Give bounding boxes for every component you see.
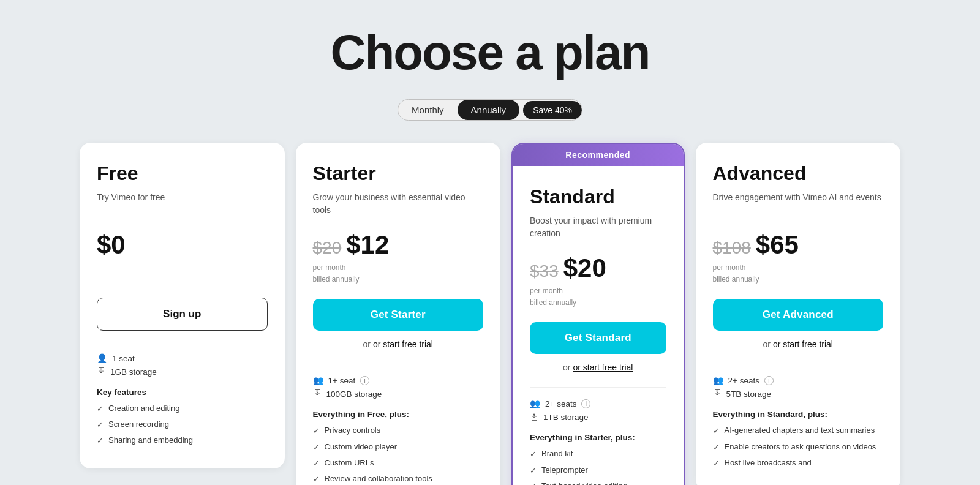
price-note-advanced: per monthbilled annually <box>713 262 884 285</box>
check-icon: ✓ <box>313 426 320 437</box>
get-starter-button[interactable]: Get Starter <box>313 299 484 331</box>
check-icon: ✓ <box>313 458 320 469</box>
standard-features-header: Everything in Starter, plus: <box>530 433 666 442</box>
plan-name-advanced: Advanced <box>713 162 884 185</box>
feature-item: ✓ Host live broadcasts and <box>713 457 884 469</box>
check-icon: ✓ <box>713 442 720 453</box>
check-icon: ✓ <box>713 426 720 437</box>
feature-item: ✓ Teleprompter <box>530 465 666 476</box>
storage-icon: 🗄 <box>313 389 322 399</box>
feature-item: ✓ Custom URLs <box>313 457 484 469</box>
price-row-standard: $33 $20 <box>530 254 666 283</box>
plan-card-standard: Recommended Standard Boost your impact w… <box>511 143 685 485</box>
starter-storage: 🗄 100GB storage <box>313 389 484 399</box>
price-note-standard: per monthbilled annually <box>530 285 666 309</box>
get-standard-button[interactable]: Get Standard <box>530 322 666 354</box>
free-storage: 🗄 1GB storage <box>97 367 268 377</box>
free-trial-starter: or or start free trial <box>313 339 484 349</box>
get-advanced-button[interactable]: Get Advanced <box>713 299 884 331</box>
feature-item: ✓ Text-based video editing <box>530 481 666 485</box>
feature-item: ✓ Screen recording <box>97 419 268 430</box>
feature-item: ✓ Custom video player <box>313 442 484 453</box>
plan-description-starter: Grow your business with essential video … <box>313 191 484 217</box>
plan-description-free: Try Vimeo for free <box>97 191 268 217</box>
check-icon: ✓ <box>713 458 720 469</box>
standard-storage: 🗄 1TB storage <box>530 412 666 422</box>
info-icon-standard-seats[interactable]: i <box>581 399 590 408</box>
plan-card-free: Free Try Vimeo for free $0 Sign up 👤 1 s… <box>80 143 285 468</box>
page-title: Choose a plan <box>331 24 650 81</box>
feature-item: ✓ Brand kit <box>530 448 666 460</box>
starter-seats: 👥 1+ seat i <box>313 375 484 385</box>
info-icon-starter-seats[interactable]: i <box>360 376 369 385</box>
price-current-starter: $12 <box>346 230 389 260</box>
price-current-advanced: $65 <box>756 230 799 260</box>
starter-features-header: Everything in Free, plus: <box>313 410 484 419</box>
plan-description-advanced: Drive engagement with Vimeo AI and event… <box>713 191 884 217</box>
free-trial-link-standard[interactable]: or start free trial <box>573 363 633 372</box>
check-icon: ✓ <box>530 449 537 460</box>
standard-inner: Standard Boost your impact with premium … <box>513 166 684 485</box>
plan-card-advanced: Advanced Drive engagement with Vimeo AI … <box>696 143 901 485</box>
check-icon: ✓ <box>97 404 104 415</box>
storage-icon: 🗄 <box>97 367 105 377</box>
free-trial-advanced: or or start free trial <box>713 339 884 349</box>
standard-seats: 👥 2+ seats i <box>530 399 666 408</box>
toggle-annually[interactable]: Annually <box>458 100 520 120</box>
save-badge: Save 40% <box>523 101 582 119</box>
feature-item: ✓ AI-generated chapters and text summari… <box>713 425 884 437</box>
user-icon: 👥 <box>313 375 323 385</box>
feature-item: ✓ Enable creators to ask questions on vi… <box>713 442 884 453</box>
advanced-storage: 🗄 5TB storage <box>713 389 884 399</box>
feature-item: ✓ Sharing and embedding <box>97 435 268 446</box>
plans-container: Free Try Vimeo for free $0 Sign up 👤 1 s… <box>80 143 900 485</box>
price-free: $0 <box>97 230 126 260</box>
recommended-banner: Recommended <box>513 144 684 166</box>
advanced-features-header: Everything in Standard, plus: <box>713 410 884 419</box>
feature-item: ✓ Review and collaboration tools <box>313 473 484 485</box>
price-note-free <box>97 262 268 284</box>
free-trial-link-starter[interactable]: or start free trial <box>373 339 433 349</box>
check-icon: ✓ <box>313 442 320 453</box>
price-row-free: $0 <box>97 230 268 260</box>
price-current-standard: $20 <box>564 254 606 283</box>
plan-name-standard: Standard <box>530 186 666 208</box>
storage-icon: 🗄 <box>530 412 538 422</box>
free-features-header: Key features <box>97 388 268 397</box>
toggle-monthly[interactable]: Monthly <box>398 100 458 120</box>
plan-name-starter: Starter <box>313 162 484 185</box>
price-original-standard: $33 <box>530 261 559 281</box>
free-seats: 👤 1 seat <box>97 353 268 363</box>
free-trial-standard: or or start free trial <box>530 363 666 372</box>
billing-toggle: Monthly Annually Save 40% <box>398 99 582 121</box>
advanced-seats: 👥 2+ seats i <box>713 375 884 385</box>
price-original-advanced: $108 <box>713 238 751 258</box>
signup-button[interactable]: Sign up <box>97 298 268 331</box>
feature-item: ✓ Creation and editing <box>97 403 268 415</box>
user-icon: 👥 <box>713 375 723 385</box>
info-icon-advanced-seats[interactable]: i <box>764 376 774 385</box>
check-icon: ✓ <box>97 419 104 430</box>
check-icon: ✓ <box>97 435 104 446</box>
check-icon: ✓ <box>530 465 537 476</box>
price-note-starter: per monthbilled annually <box>313 262 484 285</box>
user-icon: 👥 <box>530 399 540 408</box>
price-row-starter: $20 $12 <box>313 230 484 260</box>
feature-item: ✓ Privacy controls <box>313 425 484 437</box>
user-icon: 👤 <box>97 353 107 363</box>
price-row-advanced: $108 $65 <box>713 230 884 260</box>
check-icon: ✓ <box>313 474 320 485</box>
plan-description-standard: Boost your impact with premium creation <box>530 214 666 240</box>
check-icon: ✓ <box>530 481 537 485</box>
plan-card-starter: Starter Grow your business with essentia… <box>296 143 501 485</box>
price-original-starter: $20 <box>313 238 342 258</box>
plan-name-free: Free <box>97 162 268 185</box>
free-trial-link-advanced[interactable]: or start free trial <box>773 339 833 349</box>
storage-icon: 🗄 <box>713 389 722 399</box>
